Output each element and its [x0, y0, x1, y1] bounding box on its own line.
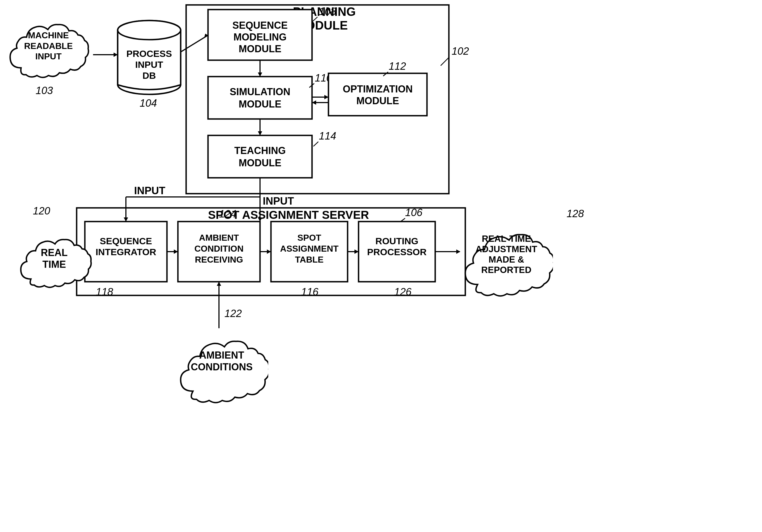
svg-text:ROUTING: ROUTING	[376, 236, 419, 246]
svg-text:INPUT: INPUT	[263, 195, 294, 207]
svg-text:MODULE: MODULE	[356, 95, 399, 106]
real-time-cloud: REAL TIME	[16, 224, 93, 293]
svg-text:PROCESS: PROCESS	[126, 48, 172, 59]
svg-rect-15	[208, 77, 312, 119]
svg-text:114: 114	[319, 130, 336, 142]
diagram: PLANNING MODULE 102 SPOT ASSIGNMENT SERV…	[0, 0, 762, 532]
ref-120: 120	[33, 205, 50, 217]
svg-point-36	[118, 21, 181, 40]
svg-line-69	[181, 35, 207, 52]
svg-text:AMBIENT: AMBIENT	[199, 233, 239, 242]
svg-text:TEACHING: TEACHING	[234, 145, 286, 156]
svg-text:MODELING: MODELING	[233, 32, 286, 43]
svg-text:126: 126	[394, 286, 412, 298]
ambient-conditions-cloud: AMBIENT CONDITIONS	[175, 317, 268, 405]
svg-text:MODULE: MODULE	[239, 43, 281, 54]
svg-text:102: 102	[452, 45, 469, 57]
svg-text:118: 118	[96, 286, 113, 298]
svg-text:SEQUENCE: SEQUENCE	[232, 20, 288, 31]
svg-rect-25	[208, 135, 312, 178]
svg-text:INPUT: INPUT	[135, 59, 163, 70]
ref-103: 103	[36, 85, 53, 97]
svg-text:DB: DB	[142, 70, 156, 81]
svg-text:124: 124	[219, 208, 236, 220]
svg-text:MODULE: MODULE	[239, 157, 281, 168]
svg-text:SIMULATION: SIMULATION	[230, 86, 290, 98]
svg-text:106: 106	[405, 207, 422, 218]
svg-text:112: 112	[389, 60, 406, 72]
svg-text:INPUT: INPUT	[134, 185, 165, 196]
real-time-text: REAL TIME	[41, 247, 68, 270]
ref-128: 128	[567, 208, 584, 220]
svg-text:PROCESSOR: PROCESSOR	[367, 247, 426, 257]
svg-text:SEQUENCE: SEQUENCE	[100, 236, 152, 246]
realtime-adjustment-cloud: REAL-TIME ADJUSTMENT MADE & REPORTED	[460, 211, 553, 298]
svg-text:108: 108	[319, 6, 336, 17]
svg-line-4	[441, 57, 449, 66]
svg-text:ASSIGNMENT: ASSIGNMENT	[280, 244, 339, 253]
svg-text:CONDITION: CONDITION	[194, 244, 244, 253]
realtime-adjustment-text: REAL-TIME ADJUSTMENT MADE & REPORTED	[476, 233, 537, 275]
svg-text:MODULE: MODULE	[239, 99, 281, 110]
svg-line-29	[313, 142, 318, 146]
svg-text:OPTIMIZATION: OPTIMIZATION	[343, 84, 413, 95]
machine-readable-text: MACHINE READABLE INPUT	[24, 30, 73, 62]
svg-text:INTEGRATOR: INTEGRATOR	[96, 247, 156, 257]
ambient-conditions-text: AMBIENT CONDITIONS	[191, 349, 253, 373]
svg-text:116: 116	[301, 286, 319, 298]
svg-text:TABLE: TABLE	[295, 255, 324, 264]
ref-122: 122	[224, 308, 242, 319]
machine-readable-cloud: MACHINE READABLE INPUT	[5, 8, 92, 84]
svg-text:SPOT: SPOT	[297, 233, 321, 242]
svg-text:104: 104	[140, 98, 157, 109]
svg-text:RECEIVING: RECEIVING	[195, 255, 243, 264]
